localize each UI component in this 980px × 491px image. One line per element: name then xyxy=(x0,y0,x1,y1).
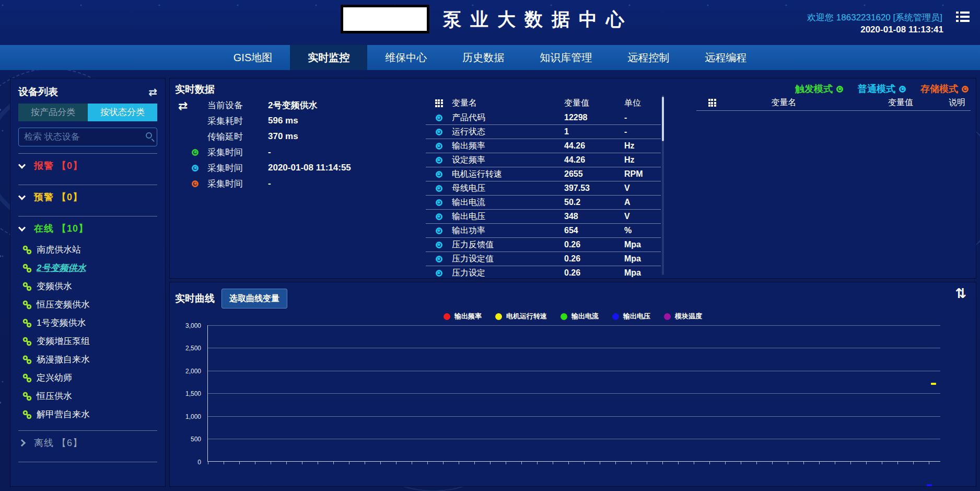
var-unit: V xyxy=(624,212,661,221)
target-icon[interactable] xyxy=(436,157,442,164)
target-icon[interactable] xyxy=(436,115,442,121)
target-icon[interactable] xyxy=(436,270,442,277)
target-icon[interactable] xyxy=(436,227,442,234)
target-icon[interactable] xyxy=(436,242,442,248)
device-item[interactable]: 恒压供水 xyxy=(18,387,157,405)
swap-icon[interactable]: ⇄ xyxy=(178,99,188,113)
nav-tab-gis-map[interactable]: GIS地图 xyxy=(216,45,290,70)
nav-tab-knowledge-base[interactable]: 知识库管理 xyxy=(522,45,610,70)
table-row[interactable]: 压力反馈值0.26Mpa xyxy=(426,238,661,252)
tab-by-status[interactable]: 按状态分类 xyxy=(88,104,157,121)
line-chart-plot-area[interactable] xyxy=(207,325,940,462)
var-name: 输出电压 xyxy=(452,211,564,222)
var-name: 输出电流 xyxy=(452,197,564,208)
device-label: 杨漫撒自来水 xyxy=(37,353,90,366)
y-tick: 1,500 xyxy=(185,390,201,397)
grid-icon[interactable] xyxy=(708,99,716,107)
legend-item[interactable]: 输出电流 xyxy=(561,312,599,321)
var-unit: A xyxy=(624,198,661,207)
info-label: 采集时间 xyxy=(207,178,260,190)
device-label: 恒压变频供水 xyxy=(37,299,90,311)
legend-item[interactable]: 输出电压 xyxy=(612,312,650,321)
select-curve-variables-button[interactable]: 选取曲线变量 xyxy=(221,289,287,309)
target-icon[interactable] xyxy=(436,129,442,135)
device-item[interactable]: 杨漫撒自来水 xyxy=(18,350,157,369)
nav-tab-realtime-monitor[interactable]: 实时监控 xyxy=(290,45,367,70)
sidebar-group-warning[interactable]: 预警【0】 xyxy=(18,185,157,209)
target-icon[interactable] xyxy=(436,185,442,192)
search-icon xyxy=(146,132,152,139)
page-title: 泵业大数据中心 xyxy=(443,7,633,32)
y-tick: 2,000 xyxy=(185,368,201,375)
table-row[interactable]: 设定频率44.26Hz xyxy=(426,153,661,167)
column-header: 变量值 xyxy=(564,98,624,109)
table-row[interactable]: 产品代码12298- xyxy=(426,111,661,125)
chart-legend: 输出频率 电机运行转速 输出电流 输出电压 模块温度 xyxy=(170,312,976,321)
legend-item[interactable]: 输出频率 xyxy=(444,312,482,321)
info-label: 采集时间 xyxy=(207,162,260,174)
target-icon[interactable] xyxy=(436,143,442,150)
table-row[interactable]: 运行状态1- xyxy=(426,125,661,139)
normal-mode-button[interactable]: 普通模式 xyxy=(858,83,906,95)
trigger-mode-button[interactable]: 触发模式 xyxy=(795,83,843,95)
device-label: 变频增压泵组 xyxy=(37,335,90,347)
device-label: 南虎供水站 xyxy=(37,244,81,256)
sidebar-group-alarm[interactable]: 报警【0】 xyxy=(18,154,157,178)
nav-tab-remote-control[interactable]: 远程控制 xyxy=(610,45,687,70)
variable-table: 变量名 变量值 单位 产品代码12298- 运行状态1- 输出频率44.26Hz… xyxy=(426,95,661,278)
table-row[interactable]: 输出电流50.2A xyxy=(426,196,661,210)
info-label: 当前设备 xyxy=(207,99,260,111)
table-row[interactable]: 电机运行转速2655RPM xyxy=(426,167,661,181)
menu-list-icon[interactable] xyxy=(956,12,970,22)
target-icon[interactable] xyxy=(436,199,442,206)
link-icon xyxy=(22,373,32,383)
current-datetime: 2020-01-08 11:13:41 xyxy=(860,25,943,35)
device-label: 1号变频供水 xyxy=(37,317,86,329)
device-list-sidebar: 设备列表 ⇄ 按产品分类 按状态分类 报警【0】 预警【0】 在线【10】 南 xyxy=(10,78,165,486)
table-row[interactable]: 压力设定0.26Mpa xyxy=(426,266,661,278)
info-value: - xyxy=(268,147,271,157)
mode-label: 存储模式 xyxy=(920,83,958,95)
grid-icon[interactable] xyxy=(435,99,443,107)
nav-tab-history-data[interactable]: 历史数据 xyxy=(445,45,522,70)
sidebar-group-online[interactable]: 在线【10】 xyxy=(18,216,157,241)
legend-item[interactable]: 模块温度 xyxy=(664,312,702,321)
legend-label: 输出电压 xyxy=(623,312,650,321)
table-row[interactable]: 输出功率654% xyxy=(426,224,661,238)
legend-dot-red xyxy=(444,313,450,320)
nav-tab-maintenance-center[interactable]: 维保中心 xyxy=(367,45,445,70)
target-icon[interactable] xyxy=(436,213,442,220)
sort-arrows-icon[interactable]: ⇅ xyxy=(955,286,966,302)
realtime-curve-panel: 实时曲线 选取曲线变量 ⇅ 输出频率 电机运行转速 输出电流 输出电压 模块温度… xyxy=(170,282,976,486)
column-header: 单位 xyxy=(624,98,661,109)
group-count: 【6】 xyxy=(57,438,83,448)
link-icon xyxy=(22,245,32,255)
device-item[interactable]: 1号变频供水 xyxy=(18,314,157,332)
device-item[interactable]: 定兴幼师 xyxy=(18,369,157,387)
tab-by-product[interactable]: 按产品分类 xyxy=(18,104,88,121)
device-item[interactable]: 变频供水 xyxy=(18,277,157,295)
table-scrollbar[interactable] xyxy=(662,95,664,275)
target-icon[interactable] xyxy=(436,171,442,178)
nav-tab-remote-programming[interactable]: 远程编程 xyxy=(687,45,764,70)
table-row[interactable]: 输出电压348V xyxy=(426,210,661,224)
device-item-selected[interactable]: 2号变频供水 xyxy=(18,259,157,277)
device-item[interactable]: 变频增压泵组 xyxy=(18,332,157,350)
link-icon xyxy=(22,355,32,364)
storage-mode-button[interactable]: 存储模式 xyxy=(920,83,969,95)
table-row[interactable]: 母线电压397.53V xyxy=(426,181,661,196)
table-row[interactable]: 输出频率44.26Hz xyxy=(426,139,661,153)
device-item[interactable]: 恒压变频供水 xyxy=(18,295,157,314)
var-name: 输出功率 xyxy=(452,225,564,236)
swap-icon[interactable]: ⇄ xyxy=(148,87,157,97)
radio-icon xyxy=(192,180,199,187)
sidebar-group-offline[interactable]: 离线【6】 xyxy=(18,431,157,455)
device-item[interactable]: 解甲营自来水 xyxy=(18,405,157,424)
search-input[interactable] xyxy=(18,128,157,146)
device-item[interactable]: 南虎供水站 xyxy=(18,241,157,259)
table-row[interactable]: 压力设定值0.26Mpa xyxy=(426,252,661,266)
legend-item[interactable]: 电机运行转速 xyxy=(495,312,547,321)
user-welcome[interactable]: 欢迎您 18632231620 [系统管理员] xyxy=(807,12,942,24)
target-icon[interactable] xyxy=(436,256,442,262)
var-unit: - xyxy=(624,113,661,122)
